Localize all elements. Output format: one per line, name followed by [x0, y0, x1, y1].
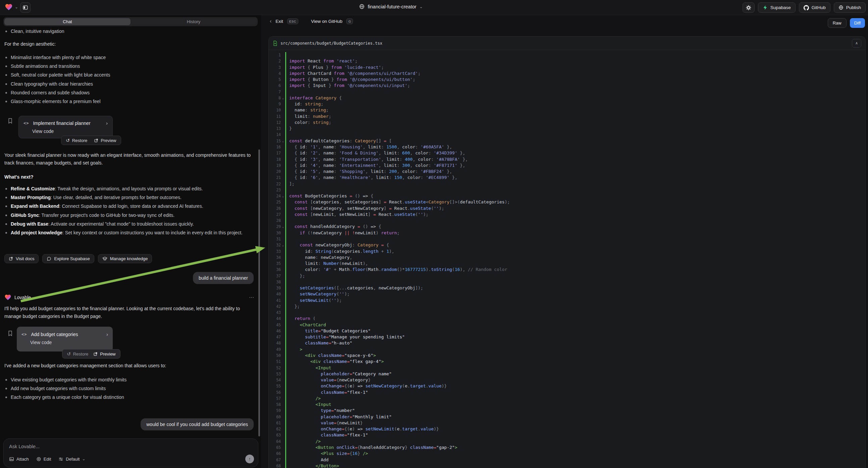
code-line: 10 name: string; [269, 107, 865, 113]
line-number: 22 [269, 181, 281, 187]
more-options-icon[interactable]: ⋯ [249, 294, 254, 300]
fold-gutter [281, 273, 285, 279]
composer[interactable]: Ask Lovable... Attach Edit Default ⌄ ↑ [3, 438, 258, 467]
chat-scrollbar[interactable] [258, 149, 260, 436]
code-line: 17 { id: '2', name: 'Food & Dining', lim… [269, 150, 865, 156]
mode-selector[interactable]: Default ⌄ [58, 457, 85, 462]
fold-gutter [281, 444, 285, 450]
fold-gutter [281, 131, 285, 138]
diff-toggle-button[interactable]: Diff [850, 18, 865, 28]
preview-button[interactable]: Preview [94, 138, 116, 143]
line-number: 47 [269, 334, 281, 340]
code-line: 45 <ChartCard [269, 322, 865, 328]
code-line: 27 const [newLimit, setNewLimit] = React… [269, 211, 865, 217]
code-line: 56 className="flex-1" [269, 389, 865, 396]
code-text: setCategories([...categories, newCategor… [285, 285, 865, 291]
code-text: <ChartCard [285, 322, 865, 328]
code-text: import { Input } from '@/components/ui/i… [285, 83, 865, 89]
code-text [285, 279, 865, 285]
fold-gutter [281, 463, 285, 468]
code-text: className="flex-1" [285, 432, 865, 438]
line-number: 9 [269, 101, 281, 107]
preview-button[interactable]: Preview [93, 351, 116, 356]
view-code-link[interactable]: View code [19, 126, 113, 134]
code-line: 15⌄const defaultCategories: Category[] =… [269, 138, 865, 144]
tab-history[interactable]: History [130, 18, 257, 25]
fold-gutter [281, 255, 285, 261]
view-on-github-button[interactable]: View on GitHub [311, 19, 343, 24]
visit-docs-button[interactable]: Visit docs [4, 254, 39, 263]
bookmark-icon[interactable] [7, 330, 13, 337]
code-text: limit: Number(newLimit), [285, 261, 865, 267]
code-line: 30 if (!newCategory || !newLimit) return… [269, 230, 865, 236]
code-line: 50 <div className="space-y-6"> [269, 352, 865, 358]
esc-kbd-badge: ESC [287, 19, 298, 24]
collapse-file-button[interactable]: ∧ [852, 39, 861, 48]
code-editor[interactable]: 12import React from 'react';3import { Pl… [269, 50, 865, 468]
fold-chevron-icon[interactable]: ⌄ [281, 242, 285, 248]
restore-button[interactable]: ↺Restore [66, 138, 87, 143]
code-text [285, 52, 865, 58]
settings-button[interactable] [743, 2, 754, 13]
line-number: 67 [269, 457, 281, 463]
version-card-implement-financial-planner[interactable]: <> Implement financial planner › View co… [19, 116, 113, 138]
attach-button[interactable]: Attach [9, 457, 29, 462]
code-text: interface Category { [285, 95, 865, 101]
code-text: import React from 'react'; [285, 58, 865, 64]
restore-icon: ↺ [66, 138, 70, 143]
explore-supabase-button[interactable]: Explore Supabase [42, 254, 94, 263]
code-text: type="number" [285, 408, 865, 414]
line-number: 39 [269, 285, 281, 291]
project-switcher[interactable]: financial-future-creator ⌄ [359, 4, 423, 9]
line-number: 46 [269, 328, 281, 334]
fold-gutter [281, 187, 285, 193]
fold-chevron-icon[interactable]: ⌄ [281, 193, 285, 199]
supabase-button[interactable]: Supabase [758, 2, 796, 13]
code-text: value={newLimit} [285, 420, 865, 426]
manage-knowledge-button[interactable]: Manage knowledge [98, 254, 152, 263]
bookmark-icon[interactable] [7, 117, 13, 124]
view-code-link[interactable]: View code [17, 337, 113, 345]
github-button[interactable]: GitHub [799, 2, 830, 13]
toggle-sidebar-button[interactable] [20, 2, 31, 13]
fold-gutter [281, 291, 285, 297]
edit-button[interactable]: Edit [36, 457, 51, 462]
fold-chevron-icon[interactable]: ⌄ [281, 95, 285, 101]
design-bullet: Glass-morphic elements for a premium fee… [0, 97, 254, 106]
code-text: <Input [285, 402, 865, 408]
fold-chevron-icon[interactable]: ⌄ [281, 138, 285, 144]
code-text: const [categories, setCategories] = Reac… [285, 199, 865, 205]
fold-gutter [281, 297, 285, 303]
fold-gutter [281, 402, 285, 408]
next-step-bullet: Add project knowledge: Set key context o… [0, 228, 258, 237]
publish-button[interactable]: Publish [834, 2, 866, 13]
back-chevron-icon[interactable]: ‹ [270, 18, 272, 24]
code-line: 18 { id: '3', name: 'Transportation', li… [269, 156, 865, 163]
line-number: 56 [269, 389, 281, 396]
line-number: 34 [269, 255, 281, 261]
fold-gutter [281, 144, 285, 150]
user-message-bubble: build a financial planner [193, 272, 254, 284]
code-text: { id: '6', name: 'Healthcare', limit: 15… [285, 175, 865, 181]
fold-chevron-icon[interactable]: ⌄ [281, 224, 285, 230]
chat-panel: Chat History Clean, intuitive navigation… [0, 15, 261, 468]
line-number: 17 [269, 150, 281, 156]
fold-gutter [281, 340, 285, 346]
line-number: 15 [269, 138, 281, 144]
code-line: 24⌄const BudgetCategories = () => { [269, 193, 865, 199]
raw-toggle-button[interactable]: Raw [828, 18, 846, 28]
restore-button[interactable]: ↺Restore [67, 351, 88, 356]
publish-globe-icon [838, 5, 843, 10]
version-card-add-budget-categories[interactable]: <> Add budget categories › View code [17, 327, 113, 351]
tab-chat[interactable]: Chat [4, 18, 130, 25]
code-line: 14 [269, 131, 865, 138]
lovable-logo-menu[interactable]: ⌄ [5, 3, 18, 11]
file-header[interactable]: src/components/budget/BudgetCategories.t… [269, 37, 865, 50]
chat-bullet: Clean, intuitive navigation [0, 27, 254, 36]
assistant-header: Lovable ⋯ [4, 294, 254, 301]
project-name: financial-future-creator [368, 4, 416, 9]
exit-button[interactable]: Exit [276, 19, 283, 24]
send-button[interactable]: ↑ [245, 455, 254, 463]
code-brackets-icon: <> [24, 121, 29, 125]
fold-gutter [281, 107, 285, 113]
